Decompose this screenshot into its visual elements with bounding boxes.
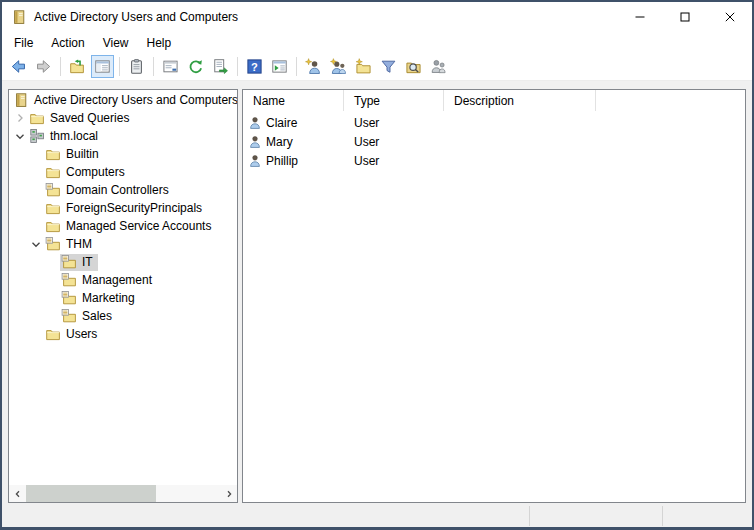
properties-window-button[interactable] (159, 55, 182, 78)
list-row-claire[interactable]: ClaireUser (243, 113, 745, 132)
row-name-label: Claire (266, 116, 297, 130)
tree-item-label: Management (82, 273, 152, 287)
tree-item-label: Active Directory Users and Computers [ (34, 93, 238, 107)
list-header: NameTypeDescription (243, 90, 745, 111)
forward-button[interactable] (32, 55, 55, 78)
tree-horizontal-scrollbar[interactable] (9, 485, 237, 502)
tree-item-body: Sales (60, 308, 117, 325)
statusbar-separator (529, 506, 530, 526)
cell-type: User (344, 135, 444, 149)
show-console-tree-button[interactable] (91, 55, 114, 78)
tree-item-label: Domain Controllers (66, 183, 169, 197)
window-controls (617, 2, 752, 32)
tree-item-marketing[interactable]: Marketing (9, 289, 237, 307)
column-header-type[interactable]: Type (344, 90, 444, 111)
tree-item-body: IT (60, 254, 98, 271)
list-row-phillip[interactable]: PhillipUser (243, 151, 745, 170)
tree-item-body: Builtin (44, 146, 104, 163)
tree-item-users[interactable]: Users (9, 325, 237, 343)
tree-item-label: Builtin (66, 147, 99, 161)
details-pane: NameTypeDescription ClaireUserMaryUserPh… (242, 89, 746, 503)
tree-item-computers[interactable]: Computers (9, 163, 237, 181)
folder-icon (45, 218, 61, 234)
export-list-button[interactable] (209, 55, 232, 78)
tree-item-label: THM (66, 237, 92, 251)
domain-icon (29, 128, 45, 144)
refresh-button[interactable] (184, 55, 207, 78)
new-window-button[interactable] (268, 55, 291, 78)
find-button[interactable] (402, 55, 425, 78)
tree-item-body: Users (44, 326, 102, 343)
new-group-icon (330, 58, 347, 75)
user-icon (248, 116, 262, 130)
aduc-app-icon (11, 9, 27, 25)
tree-item-domain-controllers[interactable]: Domain Controllers (9, 181, 237, 199)
expander-spacer (28, 218, 44, 234)
filter-button[interactable] (377, 55, 400, 78)
column-header-name[interactable]: Name (243, 90, 344, 111)
tree-item-foreignsecurityprincipals[interactable]: ForeignSecurityPrincipals (9, 199, 237, 217)
toolbar-separator (153, 57, 154, 76)
new-ou-button[interactable] (352, 55, 375, 78)
scroll-right-arrow-icon[interactable] (220, 485, 237, 502)
row-type-label: User (354, 154, 379, 168)
tree-item-label: Managed Service Accounts (66, 219, 211, 233)
expander-spacer (44, 272, 60, 288)
new-ou-icon (355, 58, 372, 75)
ou-icon (45, 182, 61, 198)
tree-item-active-directory-users-and-computers[interactable]: Active Directory Users and Computers [ (9, 91, 237, 109)
new-group-button[interactable] (327, 55, 350, 78)
properties-clipboard-button[interactable] (125, 55, 148, 78)
new-user-icon (305, 58, 322, 75)
user-icon (248, 135, 262, 149)
tree-item-label: IT (82, 255, 93, 269)
tree-item-builtin[interactable]: Builtin (9, 145, 237, 163)
scroll-left-arrow-icon[interactable] (9, 485, 26, 502)
help-button[interactable]: ? (243, 55, 266, 78)
tree-item-thm-local[interactable]: thm.local (9, 127, 237, 145)
tree-item-label: Users (66, 327, 97, 341)
toolbar-separator (119, 57, 120, 76)
tree-item-label: Sales (82, 309, 112, 323)
tree-item-saved-queries[interactable]: Saved Queries (9, 109, 237, 127)
maximize-button[interactable] (662, 2, 707, 32)
toolbar-separator (296, 57, 297, 76)
list-row-mary[interactable]: MaryUser (243, 132, 745, 151)
folder-icon (45, 200, 61, 216)
back-button[interactable] (7, 55, 30, 78)
tree-item-sales[interactable]: Sales (9, 307, 237, 325)
menu-item-file[interactable]: File (5, 34, 42, 52)
close-button[interactable] (707, 2, 752, 32)
tree-item-body: Saved Queries (28, 110, 134, 127)
menu-item-help[interactable]: Help (138, 34, 181, 52)
tree-item-it[interactable]: IT (9, 253, 237, 271)
expander-expanded-icon[interactable] (12, 128, 28, 144)
tree-item-body: THM (44, 236, 97, 253)
column-header-description[interactable]: Description (444, 90, 596, 111)
tree-item-management[interactable]: Management (9, 271, 237, 289)
new-user-button[interactable] (302, 55, 325, 78)
up-one-level-button[interactable] (66, 55, 89, 78)
titlebar[interactable]: Active Directory Users and Computers (2, 2, 752, 32)
tree-item-body: ForeignSecurityPrincipals (44, 200, 207, 217)
menu-item-action[interactable]: Action (42, 34, 93, 52)
expander-expanded-icon[interactable] (28, 236, 44, 252)
refresh-icon (187, 58, 204, 75)
people-icon (430, 58, 447, 75)
scrollbar-thumb[interactable] (26, 485, 156, 502)
tree-item-body: Domain Controllers (44, 182, 174, 199)
minimize-button[interactable] (617, 2, 662, 32)
menubar: FileActionViewHelp (2, 32, 752, 53)
tree-item-label: ForeignSecurityPrincipals (66, 201, 202, 215)
cell-name: Phillip (243, 154, 344, 168)
tree-item-managed-service-accounts[interactable]: Managed Service Accounts (9, 217, 237, 235)
export-list-icon (212, 58, 229, 75)
ou-icon (61, 272, 77, 288)
new-window-icon (271, 58, 288, 75)
expander-collapsed-icon[interactable] (12, 110, 28, 126)
ou-icon (61, 308, 77, 324)
people-button[interactable] (427, 55, 450, 78)
ou-icon (45, 236, 61, 252)
tree-item-thm[interactable]: THM (9, 235, 237, 253)
menu-item-view[interactable]: View (94, 34, 138, 52)
